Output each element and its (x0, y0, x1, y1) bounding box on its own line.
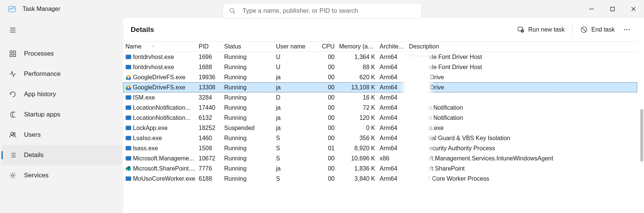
run-new-task-label: Run new task (528, 26, 565, 33)
minimize-button[interactable] (581, 0, 602, 18)
table-row[interactable]: lsass.exe1508RunningS018,920 KArm64Local… (123, 143, 637, 153)
svg-rect-53 (127, 106, 130, 109)
process-description: Local Security Authority Process (407, 143, 637, 153)
details-table[interactable]: Name︿ PID Status User name CPU Memory (a… (123, 41, 637, 184)
search-box[interactable] (223, 3, 422, 19)
svg-marker-38 (129, 75, 131, 78)
process-name: Microsoft.Manageme... (133, 155, 194, 162)
table-row[interactable]: LocationNotification...6132Runningja0012… (123, 113, 637, 123)
table-header-row[interactable]: Name︿ PID Status User name CPU Memory (a… (123, 42, 637, 52)
svg-rect-35 (127, 66, 130, 68)
process-description: Usermode Font Driver Host (407, 62, 637, 72)
more-icon (623, 26, 630, 33)
process-icon (125, 95, 131, 101)
table-row[interactable]: MoUsoCoreWorker.exe6188RunningS003,840 K… (123, 174, 637, 184)
process-icon (125, 85, 131, 91)
process-cpu: 00 (319, 113, 337, 123)
svg-marker-45 (129, 85, 131, 88)
svg-marker-44 (127, 85, 129, 87)
svg-point-31 (629, 29, 630, 30)
process-status: Running (222, 72, 274, 82)
process-arch: Arm64 (377, 52, 407, 62)
process-cpu: 01 (319, 143, 337, 153)
process-name: Microsoft.SharePoint.... (133, 165, 195, 172)
table-row[interactable]: ISM.exe3284RunningD0016 KArm64ISM (123, 92, 637, 103)
col-header-arch[interactable]: Architec... (377, 42, 407, 52)
sidebar-item-startup-apps[interactable]: Startup apps (2, 104, 122, 125)
search-input[interactable] (243, 7, 415, 15)
col-header-desc[interactable]: Description (407, 42, 637, 52)
process-user: S (274, 174, 319, 184)
svg-rect-12 (10, 54, 12, 57)
services-icon (8, 171, 17, 180)
table-row[interactable]: Microsoft.Manageme...10672RunningS0010,6… (123, 153, 637, 163)
process-cpu: 00 (319, 52, 337, 62)
svg-rect-33 (127, 56, 130, 58)
col-header-name[interactable]: Name︿ (123, 42, 196, 52)
close-button[interactable] (623, 0, 644, 18)
table-row[interactable]: GoogleDriveFS.exe19936Runningja00620 KAr… (123, 72, 637, 82)
process-status: Running (222, 163, 274, 174)
table-row[interactable]: fontdrvhost.exe1688RunningU0088 KArm64Us… (123, 62, 637, 72)
processes-icon (8, 49, 17, 58)
process-user: ja (274, 113, 319, 123)
sidebar-item-users[interactable]: Users (2, 125, 122, 145)
main-panel: Details Run new task End task Name︿ PID (123, 18, 644, 213)
sidebar-item-app-history[interactable]: App history (2, 84, 122, 104)
col-header-pid[interactable]: PID (196, 42, 222, 52)
col-header-cpu[interactable]: CPU (319, 42, 337, 52)
process-description: Microsoft SharePoint (407, 163, 637, 174)
process-arch: Arm64 (377, 62, 407, 72)
process-user: ja (274, 123, 319, 133)
end-task-label: End task (591, 26, 615, 33)
users-icon (8, 130, 17, 139)
col-header-status[interactable]: Status (222, 42, 274, 52)
process-arch: Arm64 (377, 72, 407, 82)
col-header-user[interactable]: User name (274, 42, 319, 52)
content-header: Details Run new task End task (123, 18, 644, 41)
process-icon (125, 156, 131, 162)
divider (572, 24, 573, 35)
table-row[interactable]: LockApp.exe18252Suspendedja000 KArm64Loc… (123, 123, 637, 133)
process-description: Google Drive (407, 82, 637, 92)
process-arch: Arm64 (377, 133, 407, 143)
process-status: Running (222, 113, 274, 123)
table-row[interactable]: LocationNotification...17440Runningja007… (123, 103, 637, 113)
process-user: ja (274, 82, 319, 92)
sidebar-item-services[interactable]: Services (2, 165, 122, 186)
end-task-button[interactable]: End task (575, 22, 620, 37)
table-row[interactable]: GoogleDriveFS.exe13308Runningja0013,108 … (123, 82, 637, 92)
more-button[interactable] (620, 26, 633, 33)
process-pid: 1688 (196, 62, 222, 72)
table-row[interactable]: LsaIso.exe1460RunningS00356 KArm64Creden… (123, 133, 637, 143)
sidebar-item-processes[interactable]: Processes (2, 44, 122, 64)
process-arch: Arm64 (377, 174, 407, 184)
process-cpu: 00 (319, 103, 337, 113)
table-row[interactable]: sMicrosoft.SharePoint....7776Runningja00… (123, 163, 637, 174)
run-new-task-button[interactable]: Run new task (512, 22, 570, 37)
hamburger-button[interactable] (5, 23, 20, 38)
sidebar: ProcessesPerformanceApp historyStartup a… (0, 18, 123, 213)
sidebar-item-label: Startup apps (24, 111, 60, 118)
svg-rect-55 (127, 116, 130, 119)
process-name: LsaIso.exe (133, 135, 162, 142)
process-status: Running (222, 103, 274, 113)
process-icon (125, 64, 131, 70)
sidebar-item-label: Processes (24, 50, 54, 57)
sidebar-item-details[interactable]: Details (2, 145, 122, 165)
app-title: Task Manager (23, 6, 60, 12)
sidebar-item-label: Services (24, 172, 48, 179)
sidebar-item-performance[interactable]: Performance (2, 64, 122, 84)
svg-marker-39 (126, 75, 128, 78)
table-row[interactable]: fontdrvhost.exe1696RunningU001,364 KArm6… (123, 52, 637, 62)
process-cpu: 00 (319, 133, 337, 143)
maximize-button[interactable] (602, 0, 623, 18)
vertical-scrollbar[interactable] (640, 109, 643, 162)
process-icon (125, 54, 131, 60)
process-description: Microsoft.Management.Services.IntuneWind… (407, 153, 637, 163)
process-icon: s (125, 166, 131, 172)
process-cpu: 00 (319, 163, 337, 174)
col-header-memory[interactable]: Memory (ac... (337, 42, 377, 52)
process-icon (125, 125, 131, 131)
sidebar-item-label: Users (24, 131, 41, 139)
